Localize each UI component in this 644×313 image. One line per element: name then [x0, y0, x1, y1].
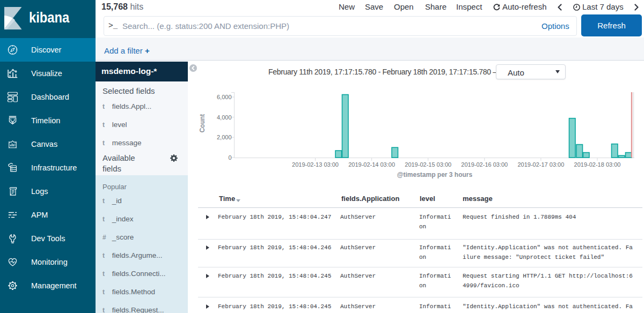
svg-text:@timestamp per 3 hours: @timestamp per 3 hours	[397, 171, 473, 178]
svg-text:Count: Count	[199, 114, 206, 133]
svg-text:2019-02-14 03:00: 2019-02-14 03:00	[348, 161, 395, 168]
svg-text:2,000: 2,000	[217, 134, 232, 140]
svg-text:0: 0	[228, 154, 231, 161]
svg-text:4,000: 4,000	[217, 114, 232, 121]
svg-text:2019-02-18 03:00: 2019-02-18 03:00	[574, 161, 621, 168]
svg-text:2019-02-15 03:00: 2019-02-15 03:00	[405, 161, 451, 168]
svg-text:2019-02-13 03:00: 2019-02-13 03:00	[292, 161, 339, 168]
svg-text:6,000: 6,000	[217, 94, 232, 100]
svg-text:2019-02-16 03:00: 2019-02-16 03:00	[461, 161, 508, 168]
svg-text:2019-02-17 03:00: 2019-02-17 03:00	[517, 161, 564, 168]
